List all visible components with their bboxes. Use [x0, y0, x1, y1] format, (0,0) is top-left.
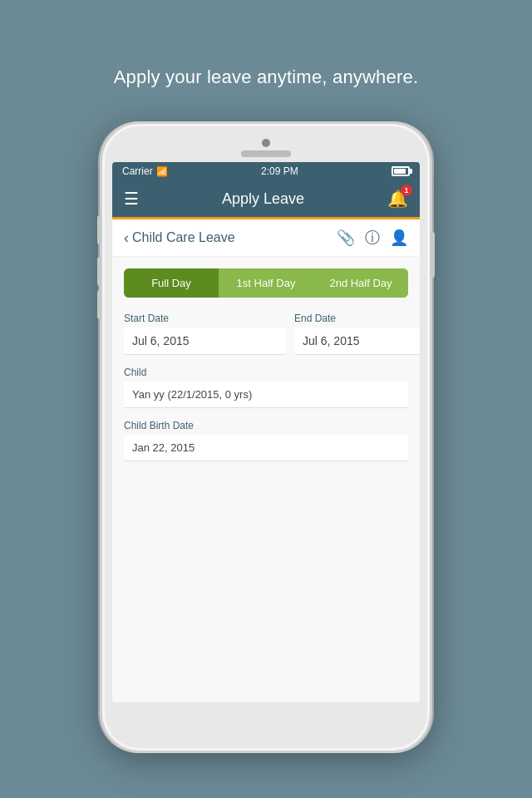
- nav-bar: ☰ Apply Leave 🔔 1: [112, 180, 420, 219]
- sub-header-icons: 📎 ⓘ 👤: [337, 228, 408, 248]
- hamburger-icon[interactable]: ☰: [124, 189, 139, 209]
- child-label: Child: [124, 367, 408, 378]
- bell-badge: 1: [401, 185, 412, 196]
- back-chevron-icon: ‹: [124, 229, 129, 247]
- phone-shell: Carrier 📶 2:09 PM ☰ Apply Leave 🔔 1 ‹: [100, 121, 432, 753]
- child-birth-date-label: Child Birth Date: [124, 420, 408, 431]
- back-row[interactable]: ‹ Child Care Leave: [124, 229, 235, 247]
- status-left: Carrier 📶: [122, 165, 168, 177]
- toggle-group: Full Day 1st Half Day 2nd Half Day: [124, 268, 408, 298]
- sub-header: ‹ Child Care Leave 📎 ⓘ 👤: [112, 219, 420, 257]
- phone-speaker: [241, 150, 291, 157]
- phone-top: [114, 139, 418, 157]
- child-birth-date-group: Child Birth Date: [124, 420, 408, 461]
- nav-title: Apply Leave: [222, 190, 304, 208]
- phone-camera: [262, 139, 270, 147]
- content-area: Full Day 1st Half Day 2nd Half Day Start…: [112, 257, 420, 702]
- info-icon[interactable]: ⓘ: [365, 228, 380, 248]
- start-date-input[interactable]: [124, 328, 286, 355]
- sub-header-title: Child Care Leave: [132, 230, 235, 245]
- status-right: [392, 166, 410, 176]
- child-group: Child: [124, 367, 408, 408]
- user-icon[interactable]: 👤: [390, 229, 408, 247]
- end-date-input[interactable]: [294, 328, 420, 355]
- phone-screen: Carrier 📶 2:09 PM ☰ Apply Leave 🔔 1 ‹: [112, 162, 420, 702]
- start-date-label: Start Date: [124, 313, 286, 324]
- wifi-icon: 📶: [156, 166, 168, 177]
- end-date-label: End Date: [294, 313, 420, 324]
- end-date-group: End Date: [294, 313, 420, 355]
- child-input[interactable]: [124, 382, 408, 408]
- full-day-button[interactable]: Full Day: [124, 268, 219, 298]
- carrier-label: Carrier: [122, 165, 153, 177]
- attachment-icon[interactable]: 📎: [337, 229, 355, 247]
- battery-icon: [392, 166, 410, 176]
- first-half-day-button[interactable]: 1st Half Day: [219, 268, 313, 298]
- second-half-day-button[interactable]: 2nd Half Day: [313, 268, 408, 298]
- status-time: 2:09 PM: [261, 165, 298, 177]
- tagline: Apply your leave anytime, anywhere.: [114, 66, 419, 88]
- child-birth-date-input[interactable]: [124, 435, 408, 461]
- start-date-group: Start Date: [124, 313, 286, 355]
- date-row: Start Date End Date: [124, 313, 408, 355]
- status-bar: Carrier 📶 2:09 PM: [112, 162, 420, 180]
- bell-wrapper[interactable]: 🔔 1: [387, 189, 408, 209]
